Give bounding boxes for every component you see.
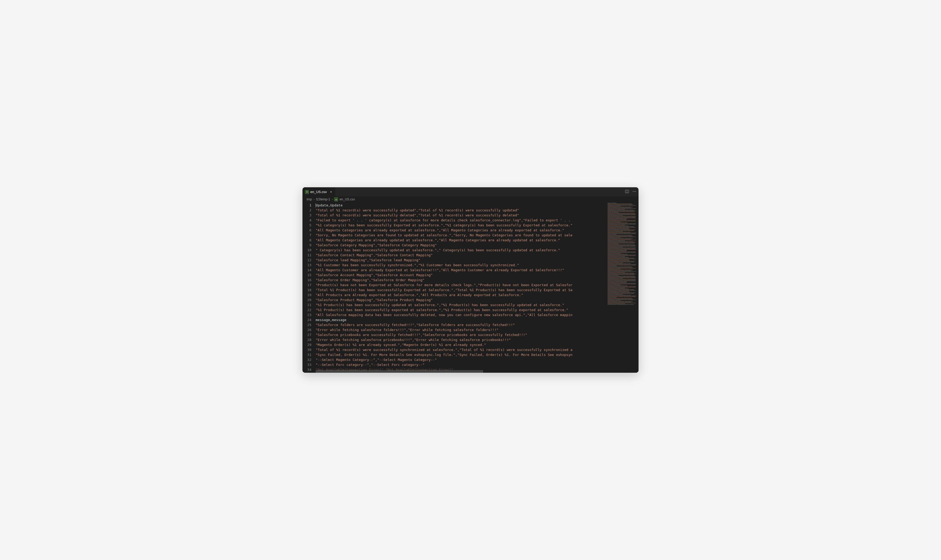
minimap-line [608, 227, 639, 228]
minimap-line [608, 296, 639, 297]
minimap-line [608, 284, 639, 284]
line-number: 26 [302, 327, 312, 332]
minimap-line [608, 218, 639, 219]
code-line[interactable]: "Salesforce Order Mapping","Salesforce O… [316, 277, 607, 283]
minimap-line [608, 271, 639, 271]
code-line[interactable]: Update,Update [316, 203, 607, 208]
minimap-line [608, 269, 639, 269]
code-content[interactable]: Update,Update"Total of %1 record(s) were… [316, 202, 607, 373]
breadcrumb-file[interactable]: en_US.csv [339, 197, 355, 201]
minimap-line [608, 255, 639, 255]
code-line[interactable]: " Category(s) has been successfully upda… [316, 248, 607, 252]
scrollbar-thumb[interactable] [316, 370, 483, 373]
minimap-line [608, 222, 639, 222]
minimap-line [608, 238, 639, 239]
breadcrumb-bar: tmp › fz3temp-1 › ⊞ en_US.csv [302, 197, 639, 202]
minimap-line [608, 203, 639, 203]
code-line[interactable]: "All Magento Categories are already expo… [316, 228, 607, 233]
line-number: 2 [302, 208, 312, 213]
close-tab-icon[interactable]: × [330, 190, 333, 194]
code-line[interactable]: "Error while fetching salesforce pricebo… [316, 337, 607, 342]
minimap-line [608, 303, 639, 303]
line-number: 12 [302, 258, 312, 263]
minimap-line [608, 289, 639, 290]
minimap-line [608, 291, 639, 291]
minimap-line [608, 247, 639, 247]
line-number: 8 [302, 238, 312, 243]
minimap-line [608, 213, 639, 214]
minimap-line [608, 215, 639, 215]
minimap-line [608, 220, 639, 221]
code-line[interactable]: "%1 category(s) has been successfully Ex… [316, 223, 607, 228]
breadcrumb-segment[interactable]: fz3temp-1 [316, 197, 330, 201]
code-line[interactable]: "Total of %1 record(s) were successfully… [316, 208, 607, 213]
split-editor-icon[interactable] [625, 189, 629, 195]
minimap-line [608, 298, 639, 298]
minimap-line [608, 205, 639, 206]
code-line[interactable]: "Salesforce Contact Mapping","Salesforce… [316, 252, 607, 258]
minimap[interactable] [607, 202, 639, 373]
minimap-line [608, 258, 639, 258]
horizontal-scrollbar[interactable] [302, 370, 607, 373]
minimap-line [608, 242, 639, 243]
minimap-line [608, 248, 639, 249]
code-line[interactable]: "Total of %1 record(s) were successfully… [316, 347, 607, 352]
code-line[interactable]: "All Salesforce mapping data has been su… [316, 312, 607, 317]
minimap-line [608, 252, 639, 252]
minimap-line [608, 263, 639, 264]
code-line[interactable]: message,message [316, 317, 607, 322]
line-number: 19 [302, 292, 312, 297]
code-line[interactable]: "Total %1 Product(s) has been successful… [316, 288, 607, 292]
code-line[interactable]: "--Select Forc category--","--Select For… [316, 362, 607, 367]
code-line[interactable]: "Magento Order(s) %1 are already synced.… [316, 342, 607, 347]
code-line[interactable]: "Salesforce Account Mapping","Salesforce… [316, 272, 607, 277]
minimap-line [608, 211, 639, 212]
chevron-right-icon: › [332, 197, 333, 201]
code-line[interactable]: "Product(s) have not been Exported at Sa… [316, 283, 607, 288]
file-tab[interactable]: ⊞ en_US.csv × [302, 187, 335, 197]
minimap-line [608, 278, 639, 279]
minimap-line [608, 270, 639, 270]
code-line[interactable]: "Sorry, No Magento Categories are found … [316, 233, 607, 238]
code-line[interactable]: "--Select Magento Category--","--Select … [316, 357, 607, 362]
minimap-line [608, 259, 639, 260]
minimap-line [608, 212, 639, 213]
minimap-line [608, 217, 639, 217]
code-line[interactable]: "Salesforce lead Mapping","Salesforce le… [316, 258, 607, 263]
minimap-line [608, 237, 639, 237]
line-number: 1 [302, 203, 312, 208]
code-line[interactable]: "%1 Customer has been successfully synch… [316, 263, 607, 268]
code-line[interactable]: "Salesforce Product Mapping","Salesforce… [316, 297, 607, 302]
svg-point-3 [634, 191, 635, 191]
minimap-line [608, 246, 639, 246]
code-line[interactable]: "Salesforce folders are successfully fet… [316, 322, 607, 327]
line-number: 18 [302, 288, 312, 292]
code-line[interactable]: "Error while fetching salesforce folders… [316, 327, 607, 332]
code-line[interactable]: "All Magento Customer are already Export… [316, 268, 607, 272]
minimap-line [608, 280, 639, 280]
minimap-line [608, 225, 639, 225]
minimap-line [608, 226, 639, 227]
minimap-line [608, 287, 639, 288]
minimap-line [608, 233, 639, 233]
more-actions-icon[interactable] [632, 189, 636, 195]
minimap-line [608, 232, 639, 232]
minimap-line [608, 245, 639, 246]
line-number: 4 [302, 218, 312, 223]
code-line[interactable]: "Salesforce pricebooks are successfully … [316, 332, 607, 337]
code-line[interactable]: "%1 Product(s) has been successfully upd… [316, 302, 607, 308]
code-line[interactable]: "Salesforce Category Mapping","Salesforc… [316, 243, 607, 248]
minimap-line [608, 234, 639, 235]
code-line[interactable]: "Failed to export ' . . ' category(s) at… [316, 218, 607, 223]
code-line[interactable]: "%1 Product(s) has been successfully exp… [316, 308, 607, 312]
minimap-line [608, 206, 639, 206]
minimap-line [608, 240, 639, 240]
code-line[interactable]: "Total of %1 record(s) were successfully… [316, 213, 607, 218]
breadcrumb-segment[interactable]: tmp [307, 197, 312, 201]
code-line[interactable]: "Sync Failed, Order(s) %1. For More Deta… [316, 352, 607, 357]
code-line[interactable]: "All Magento Categories are already upda… [316, 238, 607, 243]
minimap-line [608, 228, 639, 228]
line-number: 11 [302, 252, 312, 258]
line-number: 23 [302, 312, 312, 317]
code-line[interactable]: "All Products are Already exported at Sa… [316, 292, 607, 297]
